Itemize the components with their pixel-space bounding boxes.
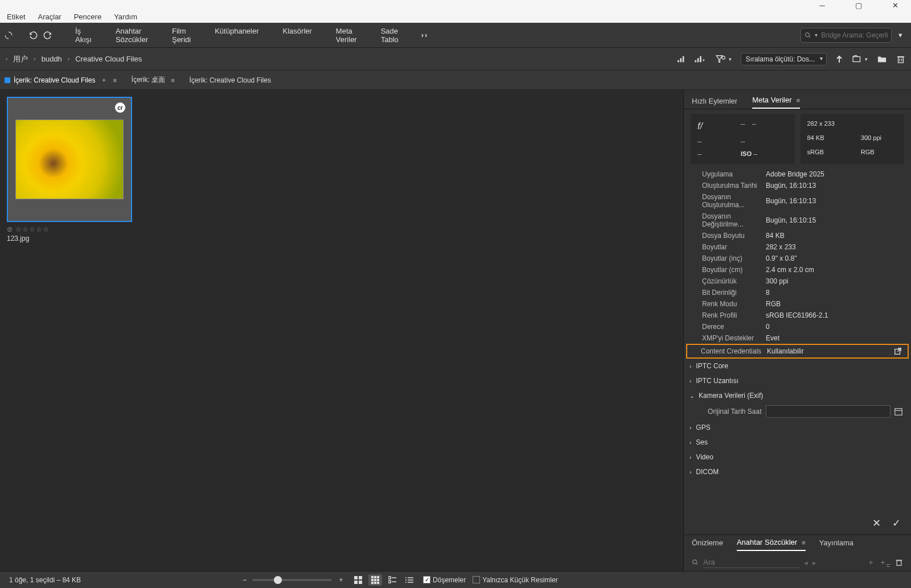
next-icon[interactable]: ▸ (812, 558, 816, 567)
quality-stairs-dropdown-icon[interactable]: ▾ (695, 55, 706, 63)
view-grid-icon[interactable] (351, 574, 365, 586)
redo-icon[interactable] (42, 30, 52, 40)
svg-rect-19 (895, 409, 902, 416)
zoom-out-icon[interactable]: − (243, 576, 247, 584)
tab-quick-actions[interactable]: Hızlı Eylemler (692, 97, 737, 109)
zoom-slider[interactable]: − ＋ (243, 575, 344, 585)
prev-icon[interactable]: ◂ (804, 558, 808, 567)
hamburger-icon[interactable]: ≡ (113, 77, 116, 84)
section-audio[interactable]: ›Ses (684, 435, 911, 450)
tab-publish[interactable]: Yayınlama (819, 538, 853, 550)
metadata-row: Çözünürlük300 ppi (684, 276, 911, 287)
tab-color-indicator (5, 77, 10, 83)
search-box[interactable]: ▾ (801, 28, 892, 43)
menu-araclar[interactable]: Araçlar (38, 13, 61, 21)
window-close-button[interactable]: ✕ (884, 0, 906, 10)
breadcrumb-item[interactable]: buddh (42, 55, 62, 63)
svg-rect-37 (371, 582, 374, 584)
section-dicom[interactable]: ›DICOM (684, 464, 911, 479)
tab-keywords-bottom[interactable]: Anahtar Sözcükler≡ (737, 538, 806, 551)
tab-folders[interactable]: Klasörler (283, 27, 312, 44)
view-grid-lock-icon[interactable] (368, 574, 382, 586)
plus-icon[interactable]: ＋ (101, 76, 107, 84)
content-tab-active[interactable]: İçerik: Creative Cloud Files ＋ ≡ (5, 76, 117, 84)
content-tab[interactable]: İçerik: Creative Cloud Files (190, 76, 271, 84)
hamburger-icon[interactable]: ≡ (802, 539, 805, 546)
dash: -- (697, 136, 733, 147)
svg-rect-32 (374, 576, 376, 578)
new-folder-icon[interactable] (877, 55, 887, 64)
tab-preview[interactable]: Önizleme (692, 538, 723, 550)
more-workspaces-icon[interactable]: ›› (421, 31, 429, 39)
section-video[interactable]: ›Video (684, 450, 911, 464)
open-recent-icon[interactable]: ▾ (852, 55, 868, 64)
svg-text:▾: ▾ (703, 57, 705, 61)
trash-icon[interactable] (896, 55, 905, 64)
breadcrumb-item[interactable]: 用户 (13, 54, 28, 64)
keyword-search-input[interactable] (703, 557, 799, 568)
tiles-checkbox[interactable]: ✓Döşemeler (423, 576, 466, 584)
thumbnail-selected[interactable]: cr (7, 97, 132, 222)
menu-yardim[interactable]: Yardım (114, 13, 137, 21)
original-date-input[interactable] (766, 405, 891, 418)
metadata-value: Bugün, 16:10:13 (766, 182, 903, 190)
toolbar-dropdown-icon[interactable]: ▾ (894, 29, 906, 42)
tab-workflow[interactable]: İş Akışı (75, 27, 92, 44)
tab-metadata[interactable]: Meta Veriler≡ (752, 96, 800, 109)
window-minimize-button[interactable]: ─ (811, 0, 834, 10)
sort-ascending-icon[interactable] (836, 55, 843, 63)
aperture-label: f/ (697, 118, 733, 135)
quality-stairs-icon[interactable] (678, 55, 686, 63)
dash: -- (741, 136, 787, 147)
svg-point-0 (806, 32, 810, 36)
chevron-right-icon: › (68, 56, 69, 62)
content-area[interactable]: cr ⊘ ☆☆☆☆☆ 123.jpg (0, 90, 683, 571)
metadata-row: Dosyanın Değiştirilme...Bugün, 16:10:15 (684, 211, 911, 230)
cancel-metadata-button[interactable]: ✕ (872, 517, 881, 529)
hamburger-icon[interactable]: ≡ (171, 77, 174, 84)
filter-funnel-icon[interactable]: ▾ (715, 55, 732, 64)
delete-keyword-icon[interactable] (895, 558, 903, 566)
menu-pencere[interactable]: Pencere (74, 13, 101, 21)
metadata-row: Boyutlar (cm)2.4 cm x 2.0 cm (684, 264, 911, 276)
undo-icon[interactable] (28, 30, 39, 40)
add-keyword-icon[interactable]: ＋ (867, 557, 875, 568)
content-credentials-row[interactable]: Content Credentials Kullanılabilir (686, 344, 909, 359)
view-list-icon[interactable] (403, 574, 416, 586)
metadata-value: sRGB IEC61966-2.1 (766, 311, 903, 319)
calendar-icon[interactable] (894, 407, 903, 416)
zoom-in-icon[interactable]: ＋ (338, 575, 344, 585)
view-details-icon[interactable] (385, 574, 399, 586)
window-maximize-button[interactable]: ▢ (847, 0, 870, 10)
add-sub-keyword-icon[interactable]: ＋⊏ (879, 557, 891, 568)
apply-metadata-button[interactable]: ✓ (892, 517, 901, 529)
content-tab[interactable]: İçerik: 桌面 ≡ (132, 75, 175, 85)
boomerang-icon[interactable] (5, 31, 13, 39)
section-iptc-ext[interactable]: ›IPTC Uzantısı (684, 373, 911, 388)
breadcrumb-item[interactable]: Creative Cloud Files (75, 55, 142, 63)
section-iptc-core[interactable]: ›IPTC Core (684, 359, 911, 373)
tab-plain-table[interactable]: Sade Tablo (381, 27, 399, 44)
svg-rect-40 (388, 577, 391, 579)
metadata-key: Derece (692, 323, 766, 331)
tab-keywords[interactable]: Anahtar Sözcükler (116, 27, 148, 44)
metadata-key: Renk Modu (692, 300, 766, 308)
tab-metadata[interactable]: Meta Veriler (336, 27, 357, 44)
breadcrumb-bar: › 用户 › buddh › Creative Cloud Files ▾ ▾ … (0, 48, 911, 71)
metadata-row: Dosya Boyutu84 KB (684, 230, 911, 241)
menu-etiket[interactable]: Etiket (7, 13, 26, 21)
section-gps[interactable]: ›GPS (684, 420, 911, 435)
metadata-row: Dosyanın Oluşturulma...Bugün, 16:10:13 (684, 191, 911, 211)
thumbnail-image (15, 120, 124, 199)
thumbs-only-checkbox[interactable]: Yalnızca Küçük Resimler (473, 576, 558, 584)
sort-dropdown[interactable]: Sıralama ölçütü: Dos... (741, 53, 827, 65)
tab-libraries[interactable]: Kütüphaneler (215, 27, 258, 44)
tab-filmstrip[interactable]: Film Şeridi (172, 27, 191, 44)
metadata-row: Boyutlar282 x 233 (684, 241, 911, 253)
metadata-key: Renk Profili (692, 311, 766, 319)
section-camera-data[interactable]: ⌄Kamera Verileri (Exif) (684, 388, 911, 403)
rating-stars[interactable]: ⊘ ☆☆☆☆☆ (7, 225, 676, 233)
metadata-key: Dosyanın Oluşturulma... (692, 193, 766, 209)
hamburger-icon[interactable]: ≡ (797, 97, 800, 104)
external-link-icon[interactable] (894, 347, 902, 355)
